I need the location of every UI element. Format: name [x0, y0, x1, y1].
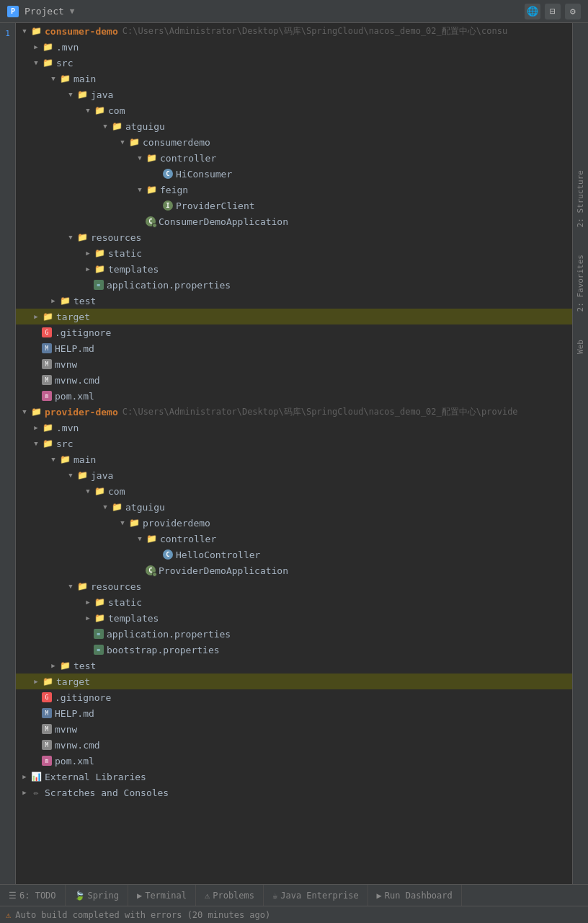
provider-mvnw-cmd-label: mvnw.cmd — [55, 740, 100, 751]
provider-gitignore-icon: G — [42, 692, 52, 702]
consumer-atguigu[interactable]: 📁 atguigu — [16, 118, 572, 134]
provider-main-arrow — [48, 454, 59, 465]
consumer-com-label: com — [108, 105, 125, 116]
hellocontroller-label: HelloController — [176, 549, 260, 560]
provider-controller[interactable]: 📁 controller — [16, 531, 572, 547]
provider-mvnw-cmd[interactable]: M mvnw.cmd — [16, 737, 572, 753]
provider-bootstrap-props[interactable]: ≡ bootstrap.properties — [16, 642, 572, 658]
consumer-providerclient[interactable]: I ProviderClient — [16, 198, 572, 213]
consumer-com[interactable]: 📁 com — [16, 102, 572, 118]
provider-main[interactable]: 📁 main — [16, 451, 572, 467]
todo-tab[interactable]: ☰ 6: TODO — [0, 885, 66, 906]
external-libraries[interactable]: 📊 External Libraries — [16, 769, 572, 785]
consumer-src[interactable]: 📁 src — [16, 55, 572, 71]
title-text: Project — [24, 6, 64, 17]
consumer-test-label: test — [74, 296, 96, 306]
consumer-app-icon: C — [146, 216, 156, 226]
provider-hellocontroller[interactable]: C HelloController — [16, 547, 572, 562]
hiconsumer-leaf — [151, 168, 163, 180]
provider-atguigu[interactable]: 📁 atguigu — [16, 499, 572, 515]
terminal-tab[interactable]: ▶ Terminal — [128, 885, 196, 906]
consumer-test[interactable]: 📁 test — [16, 293, 572, 309]
tree-area[interactable]: 📁 consumer-demo C:\Users\Administrator\D… — [16, 23, 572, 884]
provider-mvn-label: .mvn — [56, 423, 79, 433]
provider-pom[interactable]: m pom.xml — [16, 753, 572, 769]
consumer-target-icon: 📁 — [42, 311, 53, 322]
consumer-demo-root[interactable]: 📁 consumer-demo C:\Users\Administrator\D… — [16, 23, 572, 39]
provider-providerdemo-arrow — [117, 517, 128, 529]
provider-demo-label: provider-demo — [45, 407, 118, 418]
consumer-pom-leaf — [30, 390, 42, 402]
consumer-static[interactable]: 📁 static — [16, 245, 572, 261]
consumer-test-icon: 📁 — [59, 295, 71, 306]
consumer-help[interactable]: M HELP.md — [16, 340, 572, 356]
provider-static-arrow — [82, 596, 94, 608]
spring-tab[interactable]: 🍃 Spring — [66, 885, 128, 906]
spring-icon: 🍃 — [74, 891, 85, 901]
provider-pom-leaf — [30, 755, 42, 767]
provider-demo-path: C:\Users\Administrator\Desktop\码库\Spring… — [122, 406, 518, 418]
consumer-mvn[interactable]: 📁 .mvn — [16, 39, 572, 55]
project-tab-icon[interactable]: 1 — [1, 26, 15, 40]
consumer-atguigu-label: atguigu — [125, 121, 165, 132]
provider-app[interactable]: C ProviderDemoApplication — [16, 562, 572, 578]
structure-tab[interactable]: 2: Structure — [574, 167, 587, 230]
scratches[interactable]: ✏️ Scratches and Consoles — [16, 785, 572, 800]
provider-mvnw-label: mvnw — [55, 724, 77, 735]
provider-mvnw-leaf — [30, 723, 42, 735]
consumer-templates[interactable]: 📁 templates — [16, 261, 572, 277]
consumer-app-props[interactable]: ≡ application.properties — [16, 277, 572, 293]
provider-providerdemo[interactable]: 📁 providerdemo — [16, 515, 572, 531]
provider-templates-label: templates — [108, 613, 159, 624]
consumer-pom[interactable]: m pom.xml — [16, 388, 572, 404]
consumer-mvnw-cmd[interactable]: M mvnw.cmd — [16, 372, 572, 388]
provider-src[interactable]: 📁 src — [16, 436, 572, 451]
consumer-resources-arrow — [65, 231, 76, 243]
provider-mvnw[interactable]: M mvnw — [16, 721, 572, 737]
consumer-mvnw[interactable]: M mvnw — [16, 356, 572, 372]
globe-btn[interactable]: 🌐 — [525, 4, 540, 19]
todo-icon: ☰ — [9, 891, 17, 901]
provider-target[interactable]: 📁 target — [16, 674, 572, 689]
provider-demo-root[interactable]: 📁 provider-demo C:\Users\Administrator\D… — [16, 404, 572, 420]
consumer-target[interactable]: 📁 target — [16, 309, 572, 324]
consumer-consumerdemo[interactable]: 📁 consumerdemo — [16, 134, 572, 150]
web-tab[interactable]: Web — [574, 337, 587, 357]
consumer-resources[interactable]: 📁 resources — [16, 229, 572, 245]
provider-mvnw-cmd-leaf — [30, 739, 42, 751]
consumer-main-label: main — [74, 74, 96, 84]
provider-test[interactable]: 📁 test — [16, 658, 572, 674]
provider-controller-icon: 📁 — [146, 533, 157, 544]
provider-gitignore[interactable]: G .gitignore — [16, 689, 572, 705]
consumer-gitignore[interactable]: G .gitignore — [16, 324, 572, 340]
terminal-icon: ▶ — [137, 891, 142, 901]
favorites-tab[interactable]: 2: Favorites — [574, 252, 587, 314]
provider-test-icon: 📁 — [59, 660, 71, 671]
consumer-static-icon: 📁 — [94, 247, 105, 259]
consumer-hiconsumer[interactable]: C HiConsumer — [16, 166, 572, 182]
consumer-com-icon: 📁 — [94, 105, 105, 116]
provider-bootstrap-props-leaf — [82, 644, 94, 655]
provider-resources[interactable]: 📁 resources — [16, 578, 572, 594]
consumer-controller[interactable]: 📁 controller — [16, 150, 572, 166]
consumer-java[interactable]: 📁 java — [16, 87, 572, 102]
settings-btn[interactable]: ⚙ — [565, 4, 581, 19]
ext-lib-icon: 📊 — [30, 771, 42, 782]
provider-help[interactable]: M HELP.md — [16, 705, 572, 721]
consumer-feign[interactable]: 📁 feign — [16, 182, 572, 198]
java-enterprise-tab[interactable]: ☕ Java Enterprise — [264, 885, 368, 906]
java-enterprise-icon: ☕ — [272, 891, 277, 901]
provider-static[interactable]: 📁 static — [16, 594, 572, 610]
provider-mvn[interactable]: 📁 .mvn — [16, 420, 572, 436]
consumer-app[interactable]: C ConsumerDemoApplication — [16, 213, 572, 229]
consumer-main[interactable]: 📁 main — [16, 71, 572, 87]
provider-gitignore-leaf — [30, 692, 42, 703]
split-btn[interactable]: ⊟ — [545, 4, 561, 19]
provider-com[interactable]: 📁 com — [16, 483, 572, 499]
provider-java[interactable]: 📁 java — [16, 467, 572, 483]
provider-app-props[interactable]: ≡ application.properties — [16, 626, 572, 642]
consumer-mvnw-leaf — [30, 358, 42, 370]
provider-templates[interactable]: 📁 templates — [16, 610, 572, 626]
problems-tab[interactable]: ⚠ Problems — [196, 885, 264, 906]
run-dashboard-tab[interactable]: ▶ Run Dashboard — [368, 885, 462, 906]
